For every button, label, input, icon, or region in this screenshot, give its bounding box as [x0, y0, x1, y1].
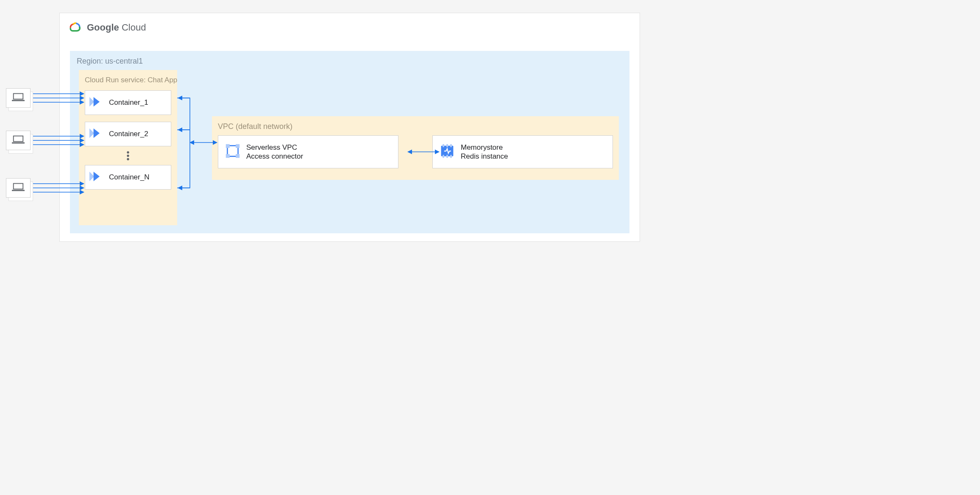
svg-rect-11	[441, 145, 454, 156]
svg-rect-10	[236, 154, 239, 158]
svg-marker-4	[89, 171, 94, 181]
svg-marker-1	[94, 97, 100, 106]
svg-marker-3	[94, 128, 100, 137]
container-card-2: Container_2	[85, 122, 171, 146]
container-name: Container_N	[109, 173, 149, 182]
vpc-label: VPC (default network)	[218, 122, 613, 131]
svg-marker-2	[89, 128, 94, 137]
client-group-3	[6, 178, 33, 201]
svg-rect-16	[446, 155, 448, 158]
svg-rect-21	[12, 143, 25, 144]
diagram-canvas: Google Cloud Region: us-central1 Cloud R…	[0, 0, 653, 330]
cloud-run-label: Cloud Run service: Chat App	[85, 76, 171, 84]
cloud-run-icon	[89, 171, 103, 185]
google-cloud-logo-icon	[67, 21, 82, 34]
svg-rect-15	[443, 155, 444, 158]
client-group-2	[6, 131, 33, 154]
svg-rect-19	[12, 100, 25, 101]
svg-rect-22	[14, 184, 23, 189]
container-name: Container_2	[109, 130, 148, 138]
cloud-run-service-box: Cloud Run service: Chat App Container_1 …	[79, 70, 177, 225]
svg-rect-9	[226, 154, 230, 158]
region-label: Region: us-central1	[77, 57, 143, 66]
svg-marker-0	[89, 97, 94, 106]
memorystore-card: Memorystore Redis instance	[432, 135, 613, 168]
svg-rect-14	[450, 144, 452, 147]
svg-rect-8	[236, 144, 239, 148]
container-name: Container_1	[109, 98, 148, 107]
laptop-icon	[12, 135, 25, 146]
svg-rect-18	[14, 94, 23, 99]
client-group-1	[6, 88, 33, 111]
svg-rect-23	[12, 190, 25, 191]
memorystore-icon	[440, 143, 455, 161]
vpc-connector-card: Serverless VPC Access connector	[218, 135, 398, 168]
laptop-icon	[12, 92, 25, 103]
cloud-run-icon	[89, 96, 103, 110]
google-cloud-title: Google Cloud	[87, 22, 146, 33]
container-card-n: Container_N	[85, 165, 171, 190]
svg-marker-5	[94, 171, 100, 181]
svg-rect-12	[443, 144, 444, 147]
memorystore-name: Memorystore Redis instance	[461, 143, 508, 161]
vpc-connector-icon	[225, 143, 240, 161]
ellipsis-icon: •••	[85, 146, 171, 165]
vpc-box: VPC (default network) Serverless VPC Acc…	[212, 116, 619, 180]
google-cloud-header: Google Cloud	[67, 21, 146, 34]
svg-rect-20	[14, 136, 23, 142]
vpc-connector-name: Serverless VPC Access connector	[246, 143, 303, 161]
cloud-run-icon	[89, 127, 103, 141]
svg-rect-7	[226, 144, 230, 148]
svg-rect-13	[446, 144, 448, 147]
laptop-icon	[12, 182, 25, 193]
svg-rect-17	[450, 155, 452, 158]
container-card-1: Container_1	[85, 90, 171, 115]
